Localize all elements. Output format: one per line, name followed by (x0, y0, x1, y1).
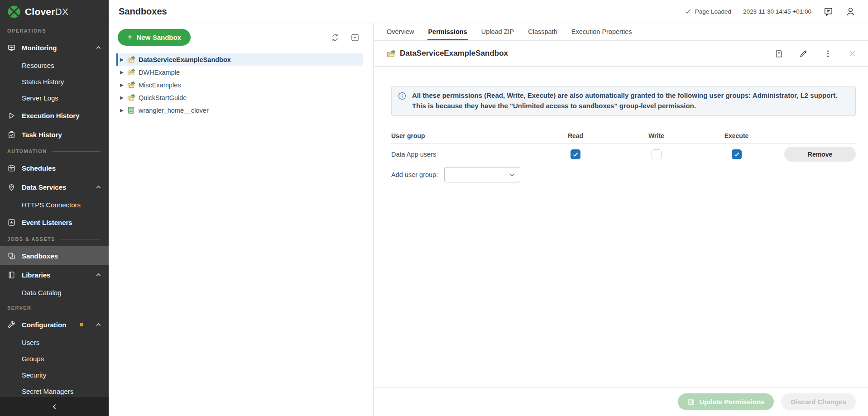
sidebar-item-monitoring[interactable]: Monitoring (0, 38, 109, 57)
caret-right-icon[interactable]: ▶ (120, 70, 127, 75)
caret-right-icon[interactable]: ▶ (120, 96, 127, 100)
sidebar-item-label: Event Listeners (22, 219, 72, 226)
more-options-kebab-icon[interactable] (823, 49, 833, 58)
library-icon (127, 106, 135, 114)
sidebar-item-event-listeners[interactable]: Event Listeners (0, 213, 109, 232)
sandbox-folder-icon (127, 81, 135, 89)
tab-overview[interactable]: Overview (386, 23, 414, 40)
refresh-icon[interactable] (331, 33, 340, 42)
tree-item-sandbox[interactable]: ▶ QuickStartGuide (116, 91, 363, 104)
feedback-icon[interactable] (823, 6, 834, 17)
update-permissions-button[interactable]: Update Permissions (678, 393, 774, 410)
remove-button[interactable]: Remove (784, 147, 856, 162)
sidebar-item-https-connectors[interactable]: HTTPS Connectors (0, 196, 109, 213)
page-status: Page Loaded (685, 8, 731, 15)
tree-item-library[interactable]: ▶ wrangler_home__clover (116, 104, 363, 116)
top-bar: Sandboxes Page Loaded 2023-11-30 14:45 +… (109, 0, 868, 23)
sandbox-folder-icon (127, 68, 135, 76)
sidebar-item-resources[interactable]: Resources (0, 57, 109, 73)
tab-permissions[interactable]: Permissions (427, 23, 467, 40)
sidebar-item-libraries[interactable]: Libraries (0, 265, 109, 284)
sidebar-item-data-services[interactable]: Data Services (0, 177, 109, 196)
sidebar-item-label: Execution History (22, 112, 80, 120)
sidebar-item-execution-history[interactable]: Execution History (0, 106, 109, 125)
export-document-icon[interactable] (774, 49, 784, 58)
sidebar-item-label: Configuration (22, 321, 66, 329)
sidebar-item-sandboxes[interactable]: Sandboxes (0, 246, 109, 265)
col-read: Read (568, 132, 583, 139)
chevron-up-icon (96, 322, 101, 328)
sidebar-item-label: Sandboxes (22, 252, 58, 260)
new-sandbox-label: New Sandbox (137, 33, 181, 41)
wrench-icon (7, 320, 16, 329)
tab-upload-zip[interactable]: Upload ZIP (481, 23, 515, 40)
sidebar-item-status-history[interactable]: Status History (0, 73, 109, 90)
sidebar-item-label: Monitoring (22, 44, 57, 52)
brand-logo[interactable]: CloverDX (0, 0, 109, 24)
notification-dot (80, 323, 83, 326)
sidebar-item-server-logs[interactable]: Server Logs (0, 90, 109, 106)
sidebar-item-task-history[interactable]: Task History (0, 125, 109, 144)
tree-item-label: DataServiceExampleSandbox (139, 56, 231, 63)
execute-checkbox[interactable] (732, 149, 742, 159)
detail-tabs: Overview Permissions Upload ZIP Classpat… (374, 23, 868, 41)
tree-item-sandbox[interactable]: ▶ DataServiceExampleSandbox (116, 53, 363, 66)
section-jobs-assets: JOBS & ASSETS (0, 232, 109, 246)
user-group-name: Data App users (391, 151, 535, 158)
tab-execution-properties[interactable]: Execution Properties (571, 23, 633, 40)
save-icon (687, 398, 695, 406)
chevron-up-icon (96, 45, 101, 51)
caret-right-icon[interactable]: ▶ (120, 57, 127, 62)
sidebar-item-schedules[interactable]: Schedules (0, 158, 109, 177)
read-checkbox[interactable] (571, 149, 580, 159)
check-icon (685, 8, 691, 15)
sidebar-item-security[interactable]: Security (0, 367, 109, 383)
sidebar-item-groups[interactable]: Groups (0, 350, 109, 367)
play-icon (7, 111, 16, 120)
sandbox-folder-icon (386, 49, 396, 58)
add-user-group-label: Add user group: (391, 171, 438, 178)
brand-name: CloverDX (25, 6, 68, 17)
user-icon[interactable] (845, 6, 856, 17)
sandbox-tree-panel: + New Sandbox ▶ DataServiceExampleSandbo… (109, 23, 374, 416)
col-write: Write (648, 132, 664, 139)
tree-item-sandbox[interactable]: ▶ MiscExamples (116, 79, 363, 91)
sidebar-item-configuration[interactable]: Configuration (0, 315, 109, 334)
new-sandbox-button[interactable]: + New Sandbox (118, 29, 191, 46)
sidebar-item-users[interactable]: Users (0, 334, 109, 350)
chevron-left-icon (51, 403, 58, 410)
sandbox-folder-icon (127, 94, 135, 101)
sidebar-item-label: Task History (22, 131, 62, 139)
sidebar-item-label: Schedules (22, 164, 56, 172)
caret-right-icon[interactable]: ▶ (120, 83, 127, 87)
status-text: Page Loaded (695, 8, 731, 15)
add-user-group-select[interactable] (444, 167, 520, 182)
discard-changes-button[interactable]: Discard Changes (781, 393, 856, 410)
close-icon[interactable] (848, 49, 857, 58)
tab-classpath[interactable]: Classpath (528, 23, 557, 40)
section-operations: OPERATIONS (0, 24, 109, 38)
sandbox-detail-panel: Overview Permissions Upload ZIP Classpat… (374, 23, 868, 416)
clover-logo-icon (7, 5, 21, 19)
book-icon (7, 271, 16, 279)
clipboard-icon (7, 130, 16, 139)
sidebar-collapse-button[interactable] (0, 397, 109, 416)
tree-item-sandbox[interactable]: ▶ DWHExample (116, 66, 363, 78)
sandbox-icon (7, 252, 16, 260)
info-message: All these permissions (Read, Write, Exec… (412, 91, 846, 111)
chevron-up-icon (96, 272, 101, 278)
update-permissions-label: Update Permissions (699, 398, 764, 406)
edit-pencil-icon[interactable] (799, 49, 808, 58)
caret-right-icon[interactable]: ▶ (120, 108, 127, 113)
write-checkbox[interactable] (652, 149, 662, 159)
sidebar-item-data-catalog[interactable]: Data Catalog (0, 284, 109, 301)
collapse-all-icon[interactable] (350, 33, 360, 42)
plus-icon: + (127, 33, 133, 42)
section-server: SERVER (0, 301, 109, 315)
permissions-table: User group Read Write Execute Data App u… (391, 128, 856, 182)
monitor-icon (7, 43, 16, 52)
permissions-info-banner: All these permissions (Read, Write, Exec… (391, 86, 856, 116)
col-execute: Execute (724, 132, 749, 139)
pin-icon (7, 183, 16, 191)
sidebar-item-label: Libraries (22, 271, 50, 279)
